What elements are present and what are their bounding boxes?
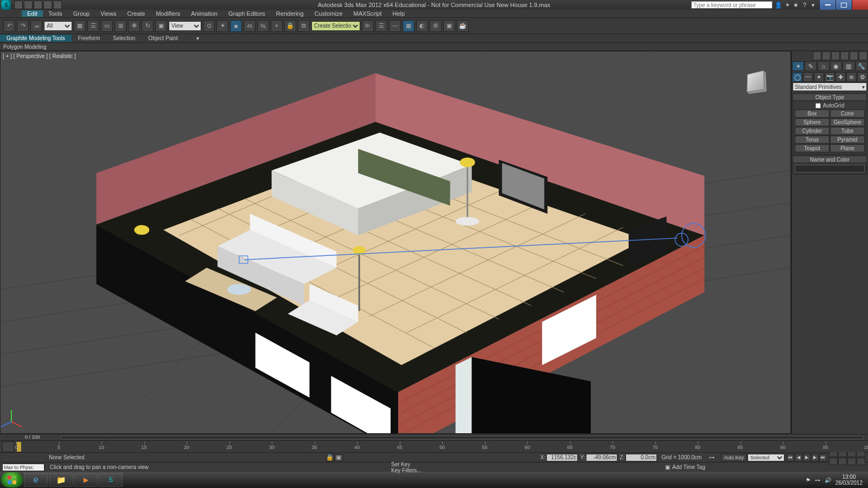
timeline-ruler[interactable]: 0510152025303540455055606570758085909510… [16,441,868,452]
ref-coord-system[interactable]: View [169,21,201,31]
tab-modify-icon[interactable]: ✎ [805,61,816,71]
ribbon-tab-selection[interactable]: Selection [106,35,142,42]
color-swatch[interactable] [866,165,867,172]
render-setup-icon[interactable]: ⚙ [430,20,442,32]
menu-tools[interactable]: Tools [43,10,68,17]
menu-maxscript[interactable]: MAXScript [348,10,387,17]
qa-undo-icon[interactable] [43,1,52,9]
sign-in-icon[interactable]: 👤 [775,1,782,9]
named-selection-set[interactable]: Create Selection Se [311,21,360,31]
task-explorer[interactable]: 📁 [49,473,73,487]
qa-save-icon[interactable] [34,1,42,9]
task-ie[interactable]: e [24,473,48,487]
ribbon-expand-icon[interactable]: ▾ [190,35,206,42]
timeline[interactable]: 0510152025303540455055606570758085909510… [0,440,868,452]
setkey-button[interactable]: Set Key [391,461,422,467]
window-cross-icon[interactable]: ⊞ [114,20,126,32]
pan-icon[interactable] [829,458,838,465]
hammer-icon[interactable] [831,52,840,60]
start-button[interactable] [1,472,23,487]
spinner-snap-icon[interactable]: ⌖ [271,20,283,32]
lights-icon[interactable]: ✦ [814,72,824,82]
object-name-input[interactable] [795,165,865,172]
help-icon[interactable]: ? [801,1,808,9]
selection-filter[interactable]: All [44,21,72,31]
objtype-rollout-header[interactable]: Object Type [793,93,867,101]
pivot-icon[interactable]: ⊙ [203,20,215,32]
menu-rendering[interactable]: Rendering [271,10,309,17]
task-3dsmax[interactable]: S [99,473,123,487]
brush-icon[interactable] [822,52,831,60]
tab-motion-icon[interactable]: ◉ [830,61,842,71]
select-name-icon[interactable]: ☰ [87,20,99,32]
help-search[interactable] [691,1,773,9]
menu-group[interactable]: Group [68,10,95,17]
prim-pyramid[interactable]: Pyramid [830,136,865,144]
layers-icon[interactable]: ☰ [375,20,387,32]
render-frame-icon[interactable]: ▣ [443,20,455,32]
orbit-icon[interactable] [838,458,847,465]
menu-animation[interactable]: Animation [186,10,223,17]
material-editor-icon[interactable]: ◐ [416,20,428,32]
ribbon-tab-graphite[interactable]: Graphite Modeling Tools [0,35,72,42]
named-sel-lock-icon[interactable]: 🔒 [284,20,296,32]
align-icon[interactable]: ⊫ [362,20,374,32]
render-icon[interactable]: ☕ [457,20,469,32]
menu-edit[interactable]: Edit [22,10,43,17]
link-icon[interactable]: ⫘ [30,20,42,32]
prim-torus[interactable]: Torus [795,136,829,144]
ribbon-panel-label[interactable]: Polygon Modeling [0,43,868,51]
menu-help[interactable]: Help [387,10,411,17]
exchange-icon[interactable]: ✶ [783,1,791,9]
z-input[interactable] [626,454,657,461]
select-icon[interactable]: ▦ [74,20,86,32]
primitive-type-dropdown[interactable]: Standard Primitives▾ [793,82,867,91]
redo-icon[interactable]: ↷ [17,20,29,32]
helpers-icon[interactable]: ✚ [835,72,846,82]
timeline-config-icon[interactable] [2,441,14,452]
tab-utilities-icon[interactable]: 🔧 [856,61,867,71]
lock-ui-icon[interactable] [859,52,867,60]
menu-views[interactable]: Views [95,10,122,17]
task-media[interactable]: ▶ [74,473,98,487]
rotate-icon[interactable]: ↻ [142,20,154,32]
viewcube[interactable] [742,68,769,95]
walk-icon[interactable] [857,458,865,465]
tray-volume-icon[interactable]: 🔊 [825,477,831,483]
tab-create-icon[interactable]: ✴ [792,61,804,71]
tab-hierarchy-icon[interactable]: ⌂ [818,61,829,71]
next-frame-icon[interactable]: ▶ [811,454,819,461]
spacewarps-icon[interactable]: ≋ [846,72,857,82]
keyfilters-button[interactable]: Key Filters... [391,467,422,473]
app-icon[interactable]: S [1,0,11,10]
menu-customize[interactable]: Customize [309,10,348,17]
display-icon[interactable] [840,52,849,60]
x-input[interactable] [546,454,578,461]
percent-snap-icon[interactable]: % [257,20,269,32]
namecolor-rollout-header[interactable]: Name and Color [793,156,867,163]
shapes-icon[interactable]: 〰 [803,72,813,82]
systems-icon[interactable]: ⚙ [857,72,867,82]
play-icon[interactable]: ▶ [803,454,810,461]
maximize-viewport-icon[interactable] [847,458,856,465]
cameras-icon[interactable]: 📷 [825,72,835,82]
prim-box[interactable]: Box [795,110,829,118]
prim-cone[interactable]: Cone [830,110,865,118]
schematic-icon[interactable]: ▦ [403,20,414,32]
viewport[interactable]: [ + ] [ Perspective ] [ Realistic ] [0,51,791,434]
track-bar[interactable]: 0 / 100 [0,434,868,440]
prev-frame-icon[interactable]: ◀ [795,454,802,461]
goto-start-icon[interactable]: ⏮ [787,454,794,461]
goto-end-icon[interactable]: ⏭ [819,454,827,461]
prim-cylinder[interactable]: Cylinder [795,127,829,135]
undo-icon[interactable]: ↶ [3,20,15,32]
ribbon-tab-objectpaint[interactable]: Object Paint [142,35,184,42]
autokey-button[interactable]: Auto Key [721,454,746,461]
key-mode-select[interactable]: Selected [748,454,784,461]
time-tag[interactable]: ▣ Add Time Tag [665,464,705,470]
sun-icon[interactable] [813,52,821,60]
menu-create[interactable]: Create [122,10,150,17]
close-button[interactable] [852,0,868,10]
utilities-icon[interactable] [850,52,858,60]
maxscript-mini[interactable]: Max to Physc. [2,464,44,471]
